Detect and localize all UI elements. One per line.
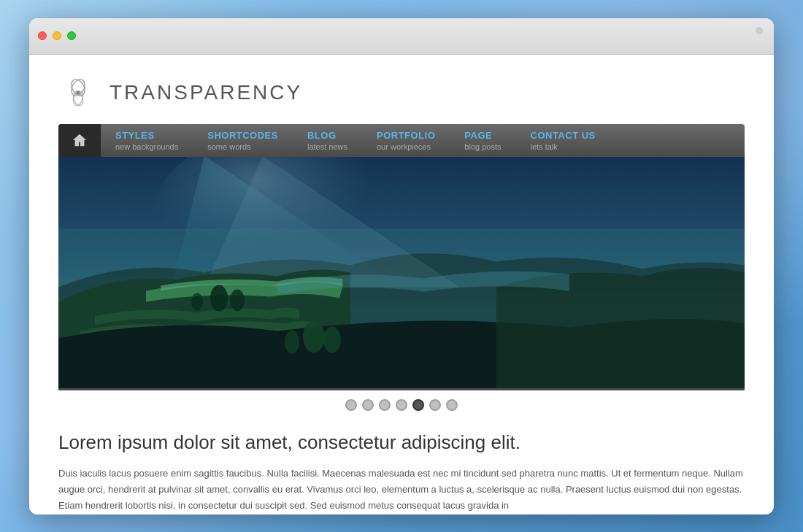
nav-home-button[interactable]: [58, 124, 101, 158]
svg-rect-14: [58, 157, 745, 388]
nav-item-shortcodes[interactable]: SHORTCODES some words: [193, 124, 293, 158]
nav-contact-title: CONTACT US: [531, 130, 596, 142]
content-body: Duis iaculis lacus posuere enim sagittis…: [58, 466, 745, 514]
nav-blog-subtitle: latest news: [307, 142, 347, 151]
nav-portfolio-title: PORTFOLIO: [377, 130, 435, 142]
close-button[interactable]: [38, 31, 47, 40]
hero-container: [58, 157, 745, 390]
site-header: TRANSPARENCY: [29, 55, 774, 124]
nav-page-subtitle: blog posts: [464, 142, 501, 151]
site-title: TRANSPARENCY: [110, 81, 302, 104]
nav-item-blog[interactable]: BLOG latest news: [293, 124, 362, 158]
nav-blog-title: BLOG: [307, 130, 337, 142]
slider-dot-6[interactable]: [429, 399, 441, 411]
nav-shortcodes-subtitle: some words: [207, 142, 250, 151]
hero-image: [58, 157, 745, 388]
content-heading: Lorem ipsum dolor sit amet, consectetur …: [58, 431, 745, 455]
slider-dot-1[interactable]: [345, 399, 357, 411]
home-icon: [72, 132, 88, 148]
minimize-button[interactable]: [53, 31, 61, 40]
nav-bar: STYLES new backgrounds SHORTCODES some w…: [58, 124, 745, 158]
hero-wrapper: [29, 157, 774, 390]
nav-wrapper: STYLES new backgrounds SHORTCODES some w…: [29, 124, 774, 158]
svg-point-1: [69, 77, 88, 98]
nav-portfolio-subtitle: our workpieces: [377, 142, 431, 151]
site-logo: [58, 73, 99, 113]
slider-dot-2[interactable]: [362, 399, 374, 411]
slider-dot-3[interactable]: [379, 399, 391, 411]
slider-dots: [29, 390, 774, 420]
slider-dot-7[interactable]: [446, 399, 458, 411]
content-section: Lorem ipsum dolor sit amet, consectetur …: [29, 420, 774, 514]
nav-item-contact[interactable]: CONTACT US lets talk: [516, 124, 610, 158]
svg-point-4: [77, 91, 80, 94]
browser-window: TRANSPARENCY STYLES new backgrounds: [29, 18, 774, 514]
nav-item-styles[interactable]: STYLES new backgrounds: [101, 124, 193, 158]
nav-shortcodes-title: SHORTCODES: [207, 130, 278, 142]
nav-item-page[interactable]: PAGE blog posts: [450, 124, 515, 158]
nav-items: STYLES new backgrounds SHORTCODES some w…: [101, 124, 745, 158]
nav-page-title: PAGE: [464, 130, 492, 142]
slider-dot-5[interactable]: [412, 399, 424, 411]
slider-dot-4[interactable]: [396, 399, 407, 411]
nav-contact-subtitle: lets talk: [531, 142, 558, 151]
maximize-button[interactable]: [67, 31, 76, 40]
browser-chrome: [29, 18, 774, 55]
page-content: TRANSPARENCY STYLES new backgrounds: [29, 55, 774, 514]
corner-indicator: [756, 27, 763, 34]
nav-styles-title: STYLES: [115, 130, 155, 142]
nav-styles-subtitle: new backgrounds: [115, 142, 178, 151]
nav-item-portfolio[interactable]: PORTFOLIO our workpieces: [362, 124, 450, 158]
browser-frame: TRANSPARENCY STYLES new backgrounds: [29, 18, 774, 514]
